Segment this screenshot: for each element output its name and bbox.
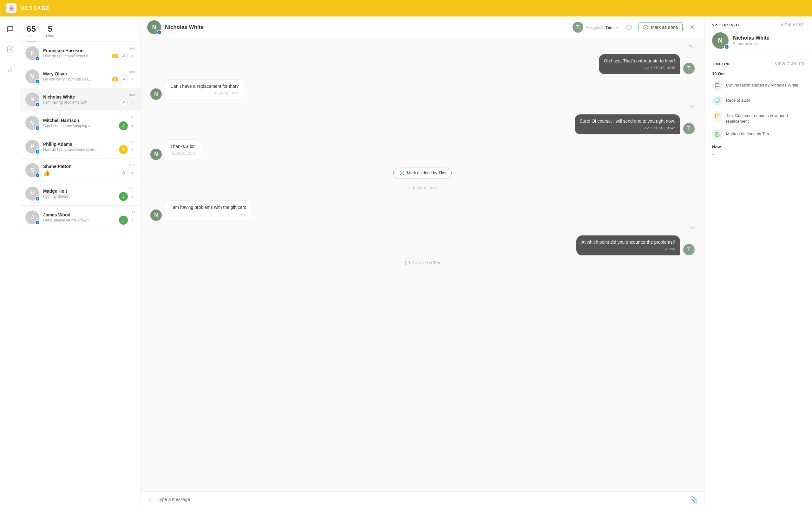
message-text: At which point did you encounter the pro… bbox=[581, 239, 675, 245]
assign-button[interactable] bbox=[119, 52, 128, 60]
conv-meta: 5m T ▾ bbox=[119, 139, 136, 154]
fb-badge: f bbox=[35, 125, 40, 130]
chat-input-area: ☺ 📎 bbox=[141, 492, 704, 507]
conv-content: Shane Patton 👍 bbox=[43, 164, 116, 176]
message-time: ✓ now bbox=[581, 247, 675, 251]
conv-content: Phillip Adams How do I purchase items on… bbox=[43, 142, 115, 152]
avatar: P f bbox=[26, 140, 39, 154]
list-item[interactable]: J f James Wood Hello, please let me know… bbox=[20, 206, 141, 229]
message-text: Thanks a lot! bbox=[170, 144, 196, 149]
mine-count: 5 bbox=[48, 24, 52, 34]
sender-label: Tim bbox=[150, 105, 695, 109]
visitor-name: Nicholas White bbox=[733, 35, 769, 41]
message-bubble: Sure! Of course. I will send one to you … bbox=[575, 114, 680, 134]
fb-badge: f bbox=[35, 173, 40, 178]
fb-badge: f bbox=[35, 102, 40, 107]
conv-meta: 16m ▾ bbox=[119, 163, 136, 177]
message-time: ✓✓ 10/10/16, 10:47 bbox=[580, 126, 675, 130]
list-item[interactable]: P f Phillip Adams How do I purchase item… bbox=[20, 135, 141, 159]
expand-button[interactable]: ▾ bbox=[129, 170, 136, 176]
avatar: F f bbox=[26, 46, 39, 60]
tab-mine[interactable]: 5 Mine bbox=[46, 24, 54, 42]
message-bubble: Oh I see, That's unfortunate to hear! ✓✓… bbox=[599, 54, 680, 74]
list-item[interactable]: M f Mitchell Harrison Can I change my sh… bbox=[20, 111, 141, 135]
assigned-agent-name: Tim bbox=[605, 25, 612, 30]
list-item[interactable]: M f Madge Holt I got my dress! 43m J ▾ bbox=[20, 182, 141, 206]
timeline-item-text: Marked as done by Tim bbox=[726, 129, 769, 137]
check-circle-icon bbox=[399, 170, 404, 176]
assign-button[interactable] bbox=[119, 98, 128, 107]
fb-badge: f bbox=[35, 56, 40, 61]
assign-button[interactable] bbox=[119, 169, 128, 177]
list-item[interactable]: S f Shane Patton 👍 16m ▾ bbox=[20, 159, 141, 182]
visitor-info-title: VISITOR INFO bbox=[712, 23, 739, 27]
message-time: now bbox=[170, 212, 247, 217]
contact-name: Francisco Harrison bbox=[43, 48, 108, 53]
fb-badge: f bbox=[35, 196, 40, 201]
agent-message-avatar: T bbox=[683, 123, 695, 134]
view-earlier-button[interactable]: VIEW EARLIER bbox=[775, 62, 804, 66]
message-preview: I got my dress! bbox=[43, 194, 115, 199]
sidebar-item-tasks[interactable] bbox=[4, 43, 16, 56]
list-item[interactable]: F f Francisco Harrison How do I purchase… bbox=[20, 42, 141, 65]
list-item[interactable]: N f Nicholas White I am having problems … bbox=[20, 88, 141, 111]
message-bubble: Thanks a lot! 10/10/16, 10:47 bbox=[165, 139, 201, 160]
timeline-item-text: Conversation started by Nicholas White bbox=[726, 80, 798, 88]
check-circle-icon bbox=[643, 25, 648, 30]
agent-avatar: T bbox=[119, 145, 128, 154]
expand-button[interactable]: ▾ bbox=[129, 217, 136, 223]
contact-name: Nicholas White bbox=[165, 24, 569, 31]
system-message-time: ✓ 10/10/16, 10:50 bbox=[150, 186, 695, 190]
contact-name: Nicholas White bbox=[43, 95, 116, 100]
timeline-now-label: Now bbox=[712, 145, 804, 149]
info-button[interactable] bbox=[623, 21, 635, 33]
timeline-icon bbox=[712, 129, 722, 139]
right-panel: VISITOR INFO VIEW MORE N f Nicholas Whit… bbox=[704, 16, 812, 507]
assigned-label: Assigned bbox=[586, 25, 603, 30]
conv-meta: 1h J ▾ bbox=[119, 210, 136, 225]
message-input[interactable] bbox=[157, 497, 686, 502]
system-message: Mark as done by Tim bbox=[150, 168, 695, 178]
timeline-item: Tim: Customer needs a new hood replaceme… bbox=[712, 111, 804, 124]
unread-badge: 1 bbox=[112, 54, 118, 58]
message-preview: Hello, please let me know t... bbox=[43, 218, 115, 222]
message-time: now bbox=[129, 93, 136, 96]
expand-button[interactable]: ▾ bbox=[129, 53, 136, 59]
sidebar-item-chat[interactable] bbox=[4, 23, 16, 36]
expand-button[interactable]: ▾ bbox=[129, 123, 136, 129]
expand-button[interactable]: ▾ bbox=[129, 193, 136, 200]
message-bubble: Can I have a replacement for that? 10/10… bbox=[165, 79, 244, 100]
view-more-button[interactable]: VIEW MORE bbox=[780, 23, 804, 27]
assign-button[interactable] bbox=[119, 75, 128, 83]
svg-rect-12 bbox=[715, 99, 719, 102]
message-time: 43m bbox=[129, 186, 136, 190]
message-time: 1h bbox=[132, 210, 136, 214]
chevron-down-icon[interactable] bbox=[615, 25, 619, 30]
message-time: 10/10/16, 10:47 bbox=[170, 151, 196, 156]
expand-button[interactable]: ▾ bbox=[129, 147, 136, 153]
expand-button[interactable]: ▾ bbox=[129, 99, 136, 106]
tab-all[interactable]: 65 All bbox=[27, 24, 36, 42]
chat-area: N f Nicholas White T Assigned Tim Mark a… bbox=[141, 16, 704, 507]
expand-button[interactable]: ▾ bbox=[129, 76, 136, 82]
icon-sidebar bbox=[0, 16, 20, 507]
sidebar-item-analytics[interactable] bbox=[4, 63, 16, 76]
svg-point-6 bbox=[123, 171, 125, 173]
app-title: MESSAGE bbox=[20, 5, 50, 11]
mark-done-button[interactable]: Mark as done bbox=[639, 22, 682, 32]
emoji-icon[interactable]: ☺ bbox=[147, 496, 154, 503]
close-button[interactable]: ✕ bbox=[687, 21, 698, 33]
attachment-icon[interactable]: 📎 bbox=[690, 496, 698, 503]
contact-name: Phillip Adams bbox=[43, 142, 115, 147]
list-item[interactable]: M f Mary Oliver Do you carry Olympus OM.… bbox=[20, 65, 141, 88]
avatar: M f bbox=[26, 69, 39, 83]
timeline-header: TIMELINE VIEW EARLIER bbox=[712, 62, 804, 66]
message-preview: 👍 bbox=[43, 170, 116, 176]
message-time: 10/10/16, 10:46 bbox=[170, 91, 239, 96]
contact-name: Mary Oliver bbox=[43, 71, 108, 76]
conversation-list: 65 All 5 Mine F f Francisco Harrison How… bbox=[20, 16, 141, 507]
conversation-items: F f Francisco Harrison How do I purchase… bbox=[20, 42, 141, 507]
agent-message-avatar: T bbox=[683, 244, 695, 256]
system-message-text: Mark as done by Tim bbox=[407, 170, 446, 175]
timeline-item: Marked as done by Tim bbox=[712, 129, 804, 139]
